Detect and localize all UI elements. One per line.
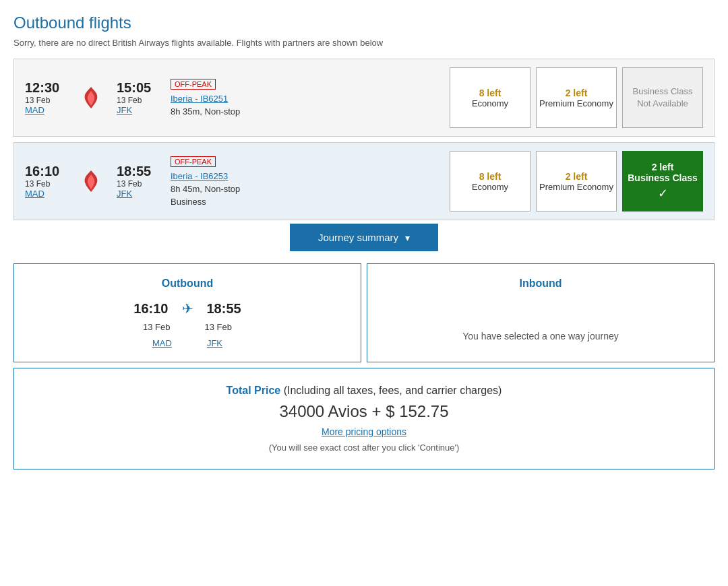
pricing-bold-label: Total Price xyxy=(226,385,281,396)
flight-1-economy-seats: 8 left xyxy=(479,88,502,98)
flight-1-airline-logo xyxy=(79,86,103,110)
inbound-panel: Inbound You have selected a one way jour… xyxy=(367,263,715,362)
outbound-arrive-date: 13 Feb xyxy=(205,322,232,332)
journey-summary-bar[interactable]: Journey summary ▾ xyxy=(290,224,438,251)
flight-2-airline-logo xyxy=(79,169,103,193)
flight-1-business-unavailable: Business Class Not Available xyxy=(633,86,693,110)
outbound-times-row: 16:10 ✈ 18:55 xyxy=(28,300,347,317)
flight-2-business-label: Business Class xyxy=(628,172,698,183)
flight-1-premium-seats: 2 left xyxy=(566,88,588,98)
outbound-arrive-airport[interactable]: JFK xyxy=(207,338,222,348)
flight-2-airline-link[interactable]: Iberia - IB6253 xyxy=(171,171,436,181)
page-subtitle: Sorry, there are no direct British Airwa… xyxy=(13,38,715,48)
flight-2-arrive: 18:55 13 Feb JFK xyxy=(117,164,157,199)
page-title: Outbound flights xyxy=(13,13,715,32)
flight-1-depart: 12:30 13 Feb MAD xyxy=(25,80,65,115)
flight-2-badge: OFF-PEAK xyxy=(171,156,216,167)
flight-1-depart-airport[interactable]: MAD xyxy=(25,105,65,115)
flight-2-depart-airport[interactable]: MAD xyxy=(25,189,65,199)
pricing-note: (You will see exact cost after you click… xyxy=(30,443,698,453)
journey-panels: Outbound 16:10 ✈ 18:55 13 Feb ✈ 13 Feb M… xyxy=(13,263,715,362)
flight-1-depart-date: 13 Feb xyxy=(25,96,65,105)
flight-1-arrive-airport[interactable]: JFK xyxy=(117,105,157,115)
flight-2-economy-box[interactable]: 8 left Economy xyxy=(450,151,530,211)
flight-2-arrive-airport[interactable]: JFK xyxy=(117,189,157,199)
flight-2-business-check: ✓ xyxy=(658,186,668,201)
flight-1-economy-box[interactable]: 8 left Economy xyxy=(450,67,530,128)
flight-1-premium-box[interactable]: 2 left Premium Economy xyxy=(536,67,617,128)
flight-2-depart-date: 13 Feb xyxy=(25,179,65,189)
outbound-depart-time: 16:10 xyxy=(133,301,168,317)
flight-1-info: OFF-PEAK Iberia - IB6251 8h 35m, Non-sto… xyxy=(171,79,436,117)
flight-2-duration: 8h 45m, Non-stop xyxy=(171,184,436,194)
outbound-depart-date: 13 Feb xyxy=(143,322,170,332)
journey-summary-label: Journey summary xyxy=(318,232,398,243)
flight-1-economy-label: Economy xyxy=(472,98,508,108)
more-pricing-link[interactable]: More pricing options xyxy=(30,426,698,437)
flight-1-premium-label: Premium Economy xyxy=(539,98,613,108)
inbound-panel-title: Inbound xyxy=(381,278,700,290)
flight-1-arrive-time: 15:05 xyxy=(117,80,157,96)
pricing-total-label: Total Price (Including all taxes, fees, … xyxy=(30,385,698,397)
flight-2-economy-seats: 8 left xyxy=(479,171,502,182)
outbound-depart-airport[interactable]: MAD xyxy=(152,338,172,348)
flight-2-arrive-time: 18:55 xyxy=(117,164,157,179)
flight-2-depart-time: 16:10 xyxy=(25,164,65,179)
outbound-arrive-time: 18:55 xyxy=(207,301,241,317)
flight-1-airline-link[interactable]: Iberia - IB6251 xyxy=(171,94,436,104)
plane-icon: ✈ xyxy=(182,300,193,317)
flight-row-2: 16:10 13 Feb MAD 18:55 13 Feb JFK OFF-PE… xyxy=(13,142,715,220)
flight-2-business-seats: 2 left xyxy=(652,162,674,172)
outbound-panel: Outbound 16:10 ✈ 18:55 13 Feb ✈ 13 Feb M… xyxy=(13,263,361,362)
flight-1-business-box: Business Class Not Available xyxy=(622,67,703,128)
flight-2-premium-seats: 2 left xyxy=(566,171,588,182)
outbound-airports-row: MAD ✈ JFK xyxy=(28,337,347,348)
journey-summary-chevron: ▾ xyxy=(405,232,410,243)
flight-1-duration: 8h 35m, Non-stop xyxy=(171,106,436,117)
flight-2-info: OFF-PEAK Iberia - IB6253 8h 45m, Non-sto… xyxy=(171,156,436,207)
flight-2-economy-label: Economy xyxy=(472,182,508,192)
flight-1-arrive-date: 13 Feb xyxy=(117,96,157,105)
pricing-amount: 34000 Avios + $ 152.75 xyxy=(30,402,698,421)
inbound-one-way-message: You have selected a one way journey xyxy=(381,300,700,371)
flight-2-premium-label: Premium Economy xyxy=(539,182,613,192)
flight-2-business-box[interactable]: 2 left Business Class ✓ xyxy=(622,151,703,211)
flight-1-badge: OFF-PEAK xyxy=(171,79,216,90)
flight-row-1: 12:30 13 Feb MAD 15:05 13 Feb JFK OFF-PE… xyxy=(13,59,715,137)
flight-1-availability: 8 left Economy 2 left Premium Economy Bu… xyxy=(450,67,703,128)
flight-1-depart-time: 12:30 xyxy=(25,80,65,96)
flight-2-availability: 8 left Economy 2 left Premium Economy 2 … xyxy=(450,151,703,211)
pricing-box: Total Price (Including all taxes, fees, … xyxy=(13,368,715,469)
flight-2-class-tag: Business xyxy=(171,197,436,207)
journey-summary-separator: Journey summary ▾ xyxy=(13,225,715,253)
pricing-rest-label: (Including all taxes, fees, and carrier … xyxy=(280,385,502,396)
outbound-dates-row: 13 Feb ✈ 13 Feb xyxy=(28,322,347,332)
flight-1-arrive: 15:05 13 Feb JFK xyxy=(117,80,157,115)
outbound-panel-title: Outbound xyxy=(28,278,347,290)
flight-2-depart: 16:10 13 Feb MAD xyxy=(25,164,65,199)
flight-2-arrive-date: 13 Feb xyxy=(117,179,157,189)
flight-2-premium-box[interactable]: 2 left Premium Economy xyxy=(536,151,617,211)
